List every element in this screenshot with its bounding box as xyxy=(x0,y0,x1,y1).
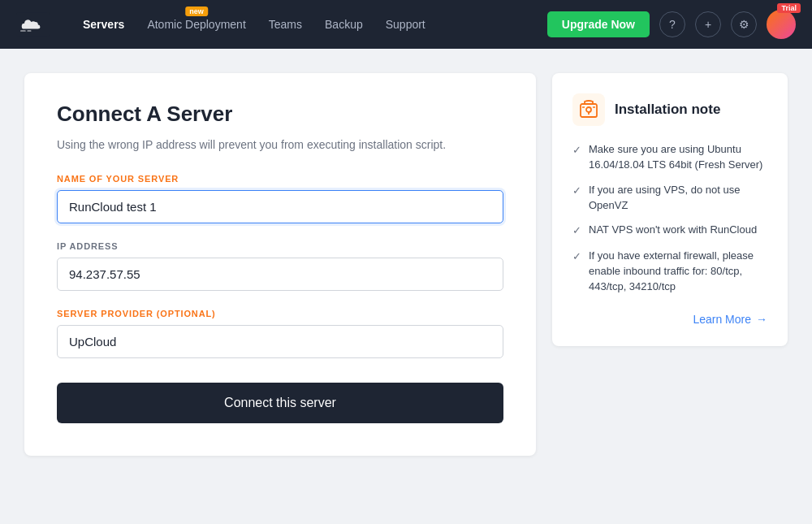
gear-icon: ⚙ xyxy=(739,18,749,31)
upgrade-button[interactable]: Upgrade Now xyxy=(547,11,650,37)
plus-icon: + xyxy=(705,18,711,31)
connect-server-button[interactable]: Connect this server xyxy=(57,383,503,423)
svg-rect-1 xyxy=(20,30,26,32)
avatar-wrap[interactable]: Trial xyxy=(767,10,796,39)
nav-backup[interactable]: Backup xyxy=(325,18,363,31)
avatar[interactable] xyxy=(767,10,796,39)
nav-links: Servers new Atomic Deployment Teams Back… xyxy=(83,18,523,31)
check-icon-4: ✓ xyxy=(572,249,581,265)
page-title: Connect A Server xyxy=(57,102,503,127)
name-field-group: NAME OF YOUR SERVER xyxy=(57,174,503,223)
note-text-3: NAT VPS won't work with RunCloud xyxy=(589,223,757,238)
note-item-2: ✓ If you are using VPS, do not use OpenV… xyxy=(572,183,767,214)
navbar: Servers new Atomic Deployment Teams Back… xyxy=(0,0,812,49)
help-button[interactable]: ? xyxy=(659,11,685,37)
learn-more-link[interactable]: Learn More → xyxy=(572,313,767,326)
check-icon-3: ✓ xyxy=(572,223,581,239)
svg-rect-3 xyxy=(572,93,605,126)
name-label: NAME OF YOUR SERVER xyxy=(57,174,503,184)
check-icon-2: ✓ xyxy=(572,184,581,199)
check-icon-1: ✓ xyxy=(572,143,581,158)
note-text-2: If you are using VPS, do not use OpenVZ xyxy=(589,183,767,214)
navbar-right: Upgrade Now ? + ⚙ Trial xyxy=(547,10,796,39)
connect-server-card: Connect A Server Using the wrong IP addr… xyxy=(24,73,536,456)
note-text-4: If you have external firewall, please en… xyxy=(589,249,767,295)
learn-more-label: Learn More xyxy=(693,313,751,326)
new-badge: new xyxy=(185,6,208,16)
svg-rect-2 xyxy=(27,30,31,32)
note-item-4: ✓ If you have external firewall, please … xyxy=(572,249,767,295)
ip-address-input[interactable] xyxy=(57,258,503,291)
settings-button[interactable]: ⚙ xyxy=(731,11,757,37)
note-list: ✓ Make sure you are using Ubuntu 16.04/1… xyxy=(572,142,767,295)
installation-note-card: Installation note ✓ Make sure you are us… xyxy=(552,73,788,346)
main-content: Connect A Server Using the wrong IP addr… xyxy=(0,49,812,480)
server-name-input[interactable] xyxy=(57,190,503,223)
note-icon xyxy=(572,93,605,126)
ip-field-group: IP ADDRESS xyxy=(57,241,503,291)
arrow-right-icon: → xyxy=(756,313,767,326)
provider-label: SERVER PROVIDER (OPTIONAL) xyxy=(57,309,503,318)
note-header: Installation note xyxy=(572,93,767,126)
nav-servers[interactable]: Servers xyxy=(83,18,124,31)
add-button[interactable]: + xyxy=(695,11,721,37)
trial-badge: Trial xyxy=(777,3,801,13)
provider-field-group: SERVER PROVIDER (OPTIONAL) xyxy=(57,309,503,358)
note-text-1: Make sure you are using Ubuntu 16.04/18.… xyxy=(589,142,767,173)
logo[interactable] xyxy=(16,12,50,37)
nav-atomic-deployment[interactable]: new Atomic Deployment xyxy=(147,18,245,31)
nav-support[interactable]: Support xyxy=(386,18,425,31)
ip-label: IP ADDRESS xyxy=(57,241,503,251)
note-title: Installation note xyxy=(615,102,720,118)
card-description: Using the wrong IP address will prevent … xyxy=(57,138,503,151)
note-item-3: ✓ NAT VPS won't work with RunCloud xyxy=(572,223,767,239)
question-icon: ? xyxy=(669,18,676,31)
nav-teams[interactable]: Teams xyxy=(269,18,302,31)
note-item-1: ✓ Make sure you are using Ubuntu 16.04/1… xyxy=(572,142,767,173)
server-provider-input[interactable] xyxy=(57,325,503,358)
